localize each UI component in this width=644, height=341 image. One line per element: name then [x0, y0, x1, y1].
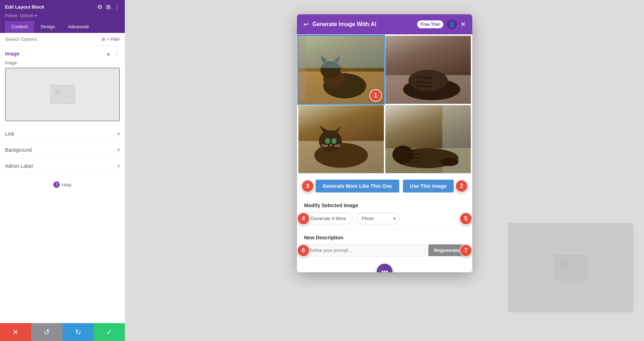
collapse-icon[interactable]: ▲	[106, 50, 111, 57]
image-grid: 1	[297, 34, 472, 175]
modal-close-button[interactable]: ✕	[460, 20, 466, 28]
cancel-button[interactable]: ✕	[0, 323, 31, 341]
svg-point-27	[330, 145, 332, 146]
columns-icon[interactable]: ⊞	[106, 4, 111, 10]
filter-icon: ⊞	[102, 37, 105, 42]
sidebar-header: Edit Layout Block ⚙ ⊞ ⋮ Preset: Default …	[0, 0, 125, 33]
modify-section: Modify Selected Image 4 Generate 4 More …	[297, 198, 472, 229]
filter-button[interactable]: ⊞ + Filter	[102, 37, 120, 42]
admin-label-text: Admin Label	[5, 163, 33, 169]
badge-5: 5	[459, 212, 472, 225]
ai-image-modal: ↩ Generate Image With AI Free Trial 👤 ✕	[297, 14, 472, 272]
badge-6: 6	[297, 244, 310, 257]
tab-advanced[interactable]: Advanced	[62, 21, 95, 33]
background-section[interactable]: Background ▾	[0, 142, 125, 158]
admin-arrow-icon: ▾	[117, 163, 120, 169]
more-options-container: •••	[297, 262, 472, 272]
modal-overlay: ↩ Generate Image With AI Free Trial 👤 ✕	[125, 0, 644, 341]
more-dots-icon: •••	[381, 268, 388, 273]
link-label: Link	[5, 131, 14, 137]
image-cell-4[interactable]	[385, 105, 471, 173]
image-field-label: Image	[5, 60, 120, 65]
new-description-row: 6 Regenerate 7	[304, 244, 465, 257]
badge-4: 4	[297, 212, 310, 225]
badge-3: 3	[301, 180, 314, 193]
refine-prompt-input[interactable]	[304, 244, 425, 257]
image-cell-2[interactable]	[385, 36, 471, 104]
background-label: Background	[5, 147, 32, 153]
grid-image-1[interactable]: 1	[298, 36, 384, 104]
badge-2: 2	[455, 180, 468, 193]
image-cell-3[interactable]	[298, 105, 384, 173]
user-icon: 👤	[447, 19, 457, 29]
grid-image-3[interactable]	[298, 105, 384, 173]
svg-rect-10	[298, 36, 384, 68]
generate-4-more-button[interactable]: Generate 4 More	[304, 213, 353, 224]
admin-label-section[interactable]: Admin Label ▾	[0, 158, 125, 174]
sidebar-footer: ✕ ↺ ↻ ✓	[0, 323, 125, 341]
background-arrow-icon: ▾	[117, 147, 120, 153]
image-section-title: Image	[5, 51, 19, 57]
svg-point-22	[319, 130, 342, 152]
modal-header: ↩ Generate Image With AI Free Trial 👤 ✕	[297, 14, 472, 34]
redo-button[interactable]: ↻	[63, 323, 94, 341]
badge-7: 7	[459, 244, 472, 257]
use-image-button[interactable]: Use This Image	[403, 180, 454, 193]
link-section[interactable]: Link ▾	[0, 126, 125, 142]
help-section[interactable]: ? Help	[0, 174, 125, 195]
svg-rect-11	[298, 36, 306, 100]
more-options-button[interactable]: •••	[377, 264, 392, 272]
preset-label[interactable]: Preset: Default ▾	[5, 13, 120, 21]
new-description-title: New Description	[304, 235, 465, 240]
badge-1: 1	[369, 89, 382, 102]
search-bar: ⊞ + Filter	[0, 33, 125, 46]
style-select-wrapper: Photo Illustration Sketch Painting	[356, 213, 399, 224]
section-more-icon[interactable]: ⋮	[114, 50, 120, 57]
tab-design[interactable]: Design	[34, 21, 62, 33]
image-placeholder[interactable]	[5, 68, 120, 121]
back-icon[interactable]: ↩	[303, 20, 309, 28]
svg-point-16	[409, 70, 448, 91]
grid-image-2[interactable]	[385, 36, 471, 104]
svg-point-38	[441, 157, 459, 166]
sidebar-window-title: Edit Layout Block	[5, 4, 44, 10]
settings-icon[interactable]: ⚙	[97, 4, 102, 10]
svg-rect-0	[50, 85, 75, 104]
search-input[interactable]	[5, 36, 102, 42]
grid-image-4[interactable]	[385, 105, 471, 173]
modify-section-title: Modify Selected Image	[304, 203, 465, 208]
image-cell-1[interactable]: 1	[298, 36, 384, 104]
action-buttons-row: 3 Generate More Like This One Use This I…	[297, 175, 472, 198]
new-description-section: New Description 6 Regenerate 7	[297, 229, 472, 262]
save-button[interactable]: ✓	[94, 323, 125, 341]
tab-content[interactable]: Content	[5, 21, 34, 33]
main-content: from other feline companions. With remar…	[125, 0, 644, 341]
free-trial-badge: Free Trial	[417, 20, 443, 28]
sidebar: Edit Layout Block ⚙ ⊞ ⋮ Preset: Default …	[0, 0, 125, 341]
modal-title: Generate Image With AI	[312, 21, 376, 28]
svg-point-26	[332, 138, 337, 144]
modal-body: 1	[297, 34, 472, 262]
sidebar-title-icons: ⚙ ⊞ ⋮	[97, 4, 120, 10]
generate-more-button[interactable]: Generate More Like This One	[316, 180, 399, 193]
svg-point-25	[325, 138, 330, 144]
style-select[interactable]: Photo Illustration Sketch Painting	[356, 213, 399, 224]
help-label: Help	[62, 182, 72, 187]
link-arrow-icon: ▾	[117, 131, 120, 137]
undo-button[interactable]: ↺	[31, 323, 62, 341]
modify-controls: 4 Generate 4 More Photo Illustration Ske…	[304, 213, 465, 224]
help-icon: ?	[53, 181, 60, 188]
image-section: Image ▲ ⋮ Image	[0, 46, 125, 126]
more-options-icon[interactable]: ⋮	[114, 4, 120, 10]
